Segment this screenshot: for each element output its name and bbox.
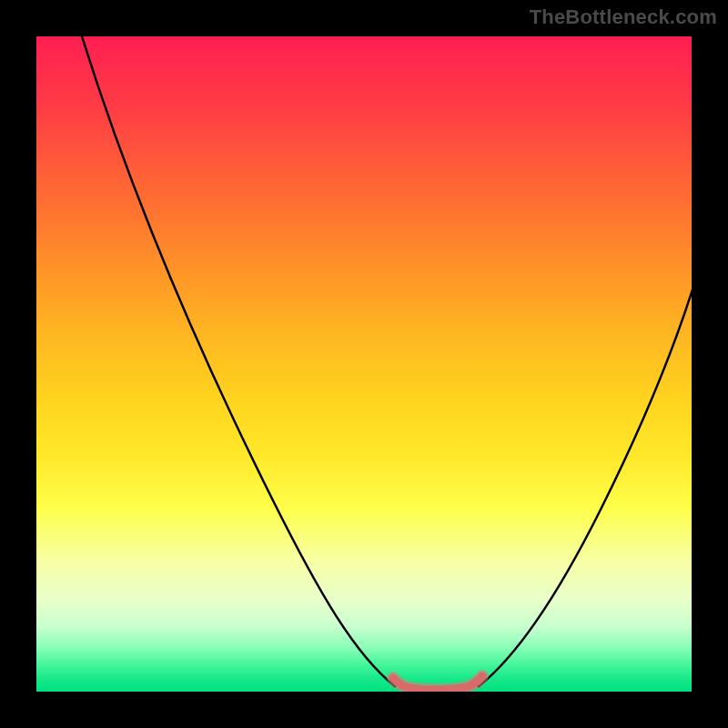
ideal-band-line (393, 676, 482, 690)
bottleneck-curve-right (478, 287, 692, 687)
curve-layer (36, 36, 692, 692)
plot-area (36, 36, 692, 692)
watermark-text: TheBottleneck.com (530, 5, 717, 29)
bottleneck-curve-left (82, 36, 396, 687)
chart-frame: TheBottleneck.com (0, 0, 728, 728)
